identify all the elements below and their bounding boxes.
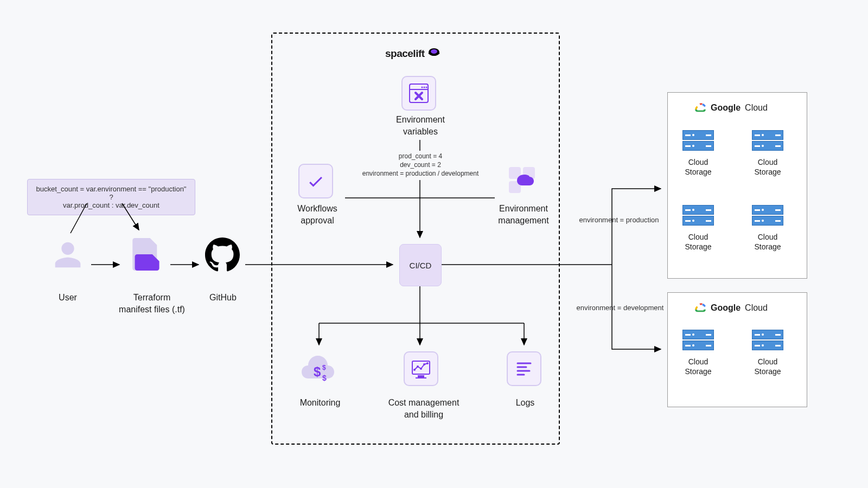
- svg-line-26: [122, 203, 139, 230]
- svg-line-25: [71, 203, 87, 233]
- diagram-canvas: bucket_count = var.environment == "produ…: [0, 0, 868, 488]
- diagram-arrows: [0, 0, 868, 488]
